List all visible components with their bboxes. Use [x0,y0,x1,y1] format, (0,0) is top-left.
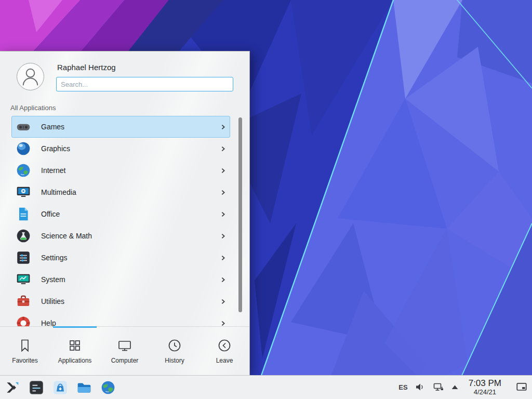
history-icon [167,338,182,353]
digital-clock[interactable]: 7:03 PM 4/24/21 [469,378,501,396]
application-launcher-popup: Raphael Hertzog All Applications Games [0,51,250,375]
show-desktop-icon[interactable] [515,381,528,393]
category-label: Multimedia [41,188,220,196]
applications-icon [67,338,83,353]
chevron-right-icon [220,211,227,218]
kickoff-icon[interactable] [4,379,21,396]
category-label: Settings [41,254,220,262]
help-icon [15,315,32,327]
clock-date: 4/24/21 [469,389,501,396]
category-label: Games [41,123,220,131]
category-row-multimedia[interactable]: Multimedia [11,181,230,203]
user-name: Raphael Hertzog [57,63,116,72]
clock-time: 7:03 PM [469,378,501,389]
category-label: Help [41,319,220,327]
category-label: Graphics [41,144,220,153]
web-browser-icon[interactable] [100,379,116,396]
launcher-tabbar: Favorites Applications [0,326,249,375]
tab-label: Computer [111,357,139,364]
category-list: Games Graphics [0,116,249,327]
category-label: Internet [41,166,220,175]
graphics-icon [15,140,32,157]
settings-icon [15,249,32,266]
terminal-icon[interactable] [28,379,45,396]
chevron-right-icon [220,233,227,240]
active-tab-indicator [53,326,97,328]
volume-icon[interactable] [415,381,426,393]
system-tray: ES 7:03 PM [398,378,528,396]
category-row-internet[interactable]: Internet [11,159,230,181]
tab-label: Favorites [12,357,37,364]
tab-applications[interactable]: Applications [50,327,100,375]
tab-label: Leave [216,357,233,364]
tab-history[interactable]: History [150,327,200,375]
category-row-help[interactable]: Help [11,312,230,327]
chevron-right-icon [220,189,227,196]
category-label: Office [41,210,220,218]
office-icon [15,206,32,222]
category-label: Utilities [41,297,220,305]
chevron-right-icon [220,145,227,152]
leave-icon [217,338,232,353]
favorites-icon [17,338,33,353]
multimedia-icon [15,184,32,201]
tab-label: Applications [58,357,92,364]
science-icon [15,228,32,244]
tab-computer[interactable]: Computer [100,327,150,375]
tab-label: History [165,357,184,364]
category-row-science-math[interactable]: Science & Math [11,225,230,247]
chevron-right-icon [220,255,227,261]
avatar[interactable] [17,63,44,90]
file-manager-icon[interactable] [76,379,92,396]
category-row-utilities[interactable]: Utilities [11,290,230,312]
tab-leave[interactable]: Leave [200,327,249,375]
user-icon [17,63,44,90]
discover-icon[interactable] [52,379,69,396]
network-icon[interactable] [433,381,444,393]
category-row-graphics[interactable]: Graphics [11,138,230,159]
keyboard-layout-indicator[interactable]: ES [398,383,407,391]
system-icon [15,271,32,288]
chevron-right-icon [220,276,227,283]
chevron-right-icon [220,124,227,130]
tab-favorites[interactable]: Favorites [0,327,50,375]
category-label: Science & Math [41,232,220,240]
category-row-system[interactable]: System [11,269,230,290]
computer-icon [117,338,132,353]
category-row-games[interactable]: Games [11,116,230,138]
search-input[interactable] [56,77,233,91]
taskbar: ES 7:03 PM [0,375,532,399]
section-label: All Applications [10,104,56,112]
category-label: System [41,275,220,284]
category-row-office[interactable]: Office [11,203,230,225]
expand-tray-icon[interactable] [451,384,459,390]
category-row-settings[interactable]: Settings [11,247,230,269]
taskbar-launchers [4,379,116,396]
chevron-right-icon [220,167,227,174]
internet-icon [15,162,32,179]
desktop: Raphael Hertzog All Applications Games [0,0,532,399]
chevron-right-icon [220,298,227,305]
scrollbar[interactable] [238,117,242,312]
chevron-right-icon [220,320,227,327]
utilities-icon [15,293,32,310]
games-icon [15,118,32,135]
